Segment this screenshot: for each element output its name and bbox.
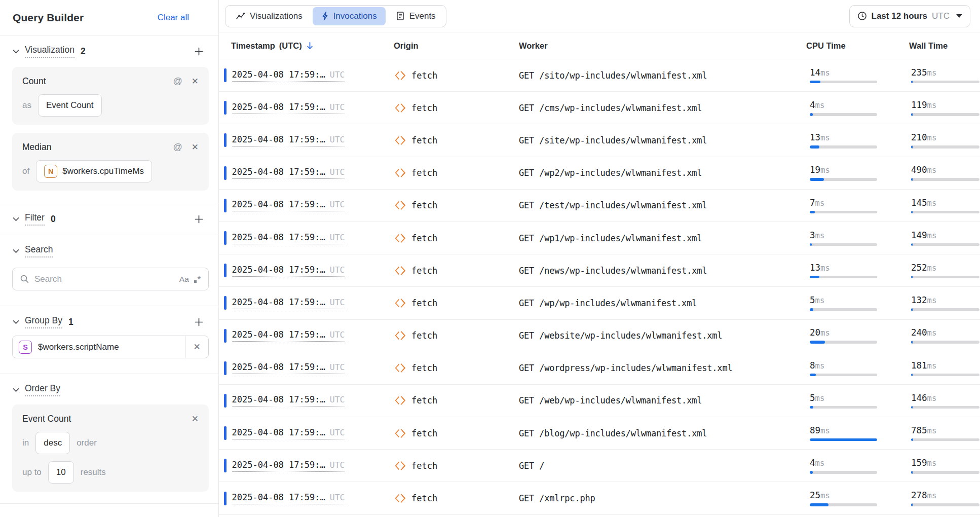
- table-row[interactable]: 2025-04-08 17:59:…UTC fetch GET /wp/wp-i…: [219, 287, 980, 319]
- table-row[interactable]: 2025-04-08 17:59:…UTC fetch GET /web/wp-…: [219, 385, 980, 417]
- time-range-button[interactable]: Last 12 hours UTC: [849, 5, 971, 27]
- table-row[interactable]: 2025-04-08 17:59:…UTC fetch GET /site/wp…: [219, 124, 980, 157]
- table-row[interactable]: 2025-04-08 17:59:…UTC fetch GET /news/wp…: [219, 254, 980, 287]
- row-timestamp[interactable]: 2025-04-08 17:59:…UTC: [232, 427, 345, 439]
- wall-time-cell: 235ms: [907, 67, 980, 84]
- orderby-label[interactable]: Order By: [25, 383, 60, 396]
- table-row[interactable]: 2025-04-08 17:59:…UTC fetch GET /test/wp…: [219, 190, 980, 222]
- table-row[interactable]: 2025-04-08 17:59:…UTC fetch GET /blog/wp…: [219, 417, 980, 450]
- origin-cell: fetch: [394, 297, 519, 310]
- visualization-label[interactable]: Visualization: [25, 45, 74, 58]
- table-row[interactable]: 2025-04-08 17:59:…UTC fetch GET /wp2/wp-…: [219, 157, 980, 190]
- wall-time-bar: [911, 211, 979, 214]
- tab-label: Visualizations: [250, 11, 303, 21]
- chevron-down-icon[interactable]: [13, 320, 19, 324]
- table-row[interactable]: 2025-04-08 17:59:…UTC fetch GET /cms/wp-…: [219, 92, 980, 124]
- match-case-toggle[interactable]: Aa: [179, 275, 189, 284]
- remove-median-icon[interactable]: ✕: [192, 143, 199, 152]
- row-timestamp[interactable]: 2025-04-08 17:59:…UTC: [232, 167, 345, 179]
- visualization-count: 2: [81, 46, 86, 57]
- origin-value: fetch: [411, 103, 437, 113]
- wall-time-cell: 159ms: [907, 458, 980, 474]
- table-row[interactable]: 2025-04-08 17:59:…UTC fetch GET / 4ms 15…: [219, 450, 980, 482]
- row-timestamp[interactable]: 2025-04-08 17:59:…UTC: [232, 69, 345, 82]
- fetch-origin-icon: [394, 134, 407, 147]
- table-row[interactable]: 2025-04-08 17:59:…UTC fetch GET /wp1/wp-…: [219, 222, 980, 254]
- origin-cell: fetch: [394, 101, 519, 115]
- add-visualization-button[interactable]: [195, 47, 203, 56]
- groupby-label[interactable]: Group By: [25, 315, 62, 328]
- median-field-button[interactable]: N $workers.cpuTimeMs: [36, 160, 152, 182]
- origin-cell: fetch: [394, 69, 519, 82]
- in-label: in: [22, 438, 29, 448]
- row-timestamp[interactable]: 2025-04-08 17:59:…UTC: [232, 297, 345, 309]
- cpu-time-cell: 4ms: [805, 100, 907, 116]
- table-row[interactable]: 2025-04-08 17:59:…UTC fetch GET /website…: [219, 320, 980, 352]
- row-timestamp[interactable]: 2025-04-08 17:59:…UTC: [232, 492, 345, 504]
- origin-cell: fetch: [394, 264, 519, 277]
- row-timestamp[interactable]: 2025-04-08 17:59:…UTC: [232, 460, 345, 472]
- regex-toggle[interactable]: *: [194, 276, 201, 283]
- row-timestamp[interactable]: 2025-04-08 17:59:…UTC: [232, 232, 345, 244]
- chevron-down-icon[interactable]: [13, 49, 19, 54]
- table-row[interactable]: 2025-04-08 17:59:…UTC fetch GET /wordpre…: [219, 352, 980, 385]
- row-timestamp[interactable]: 2025-04-08 17:59:…UTC: [232, 199, 345, 211]
- timestamp-timezone: UTC: [330, 493, 345, 502]
- fetch-origin-icon: [394, 264, 407, 277]
- table-row[interactable]: 2025-04-08 17:59:…UTC fetch GET /xmlrpc.…: [219, 482, 980, 514]
- worker-request: GET /wp2/wp-includes/wlwmanifest.xml: [519, 168, 805, 178]
- timestamp-cell: 2025-04-08 17:59:…UTC: [224, 329, 394, 343]
- origin-cell: fetch: [394, 134, 519, 147]
- sort-direction-button[interactable]: desc: [35, 432, 70, 454]
- remove-groupby-icon[interactable]: ✕: [185, 336, 208, 358]
- chevron-down-icon[interactable]: [13, 249, 19, 253]
- search-input[interactable]: [34, 274, 174, 284]
- row-timestamp[interactable]: 2025-04-08 17:59:…UTC: [232, 134, 345, 146]
- wall-time-cell: 146ms: [907, 393, 980, 409]
- alias-button[interactable]: Event Count: [38, 94, 102, 117]
- wall-time-cell: 252ms: [907, 263, 980, 279]
- origin-value: fetch: [411, 428, 437, 438]
- row-timestamp[interactable]: 2025-04-08 17:59:…UTC: [232, 102, 345, 114]
- worker-request: GET /sito/wp-includes/wlwmanifest.xml: [519, 70, 805, 81]
- at-sign-icon[interactable]: @: [173, 76, 182, 87]
- wall-time-bar: [911, 471, 979, 474]
- search-label[interactable]: Search: [25, 244, 53, 257]
- column-header-timestamp[interactable]: Timestamp (UTC): [224, 41, 394, 51]
- filter-label[interactable]: Filter: [25, 212, 45, 226]
- clear-all-link[interactable]: Clear all: [158, 13, 189, 23]
- filter-count: 0: [51, 214, 56, 225]
- remove-orderby-icon[interactable]: ✕: [192, 415, 199, 423]
- row-timestamp[interactable]: 2025-04-08 17:59:…UTC: [232, 329, 345, 342]
- chevron-down-icon[interactable]: [13, 217, 19, 221]
- row-timestamp[interactable]: 2025-04-08 17:59:…UTC: [232, 265, 345, 277]
- log-level-indicator: [224, 296, 227, 310]
- origin-cell: fetch: [394, 427, 519, 440]
- at-sign-icon[interactable]: @: [173, 142, 182, 153]
- origin-value: fetch: [411, 266, 437, 276]
- origin-value: fetch: [411, 200, 437, 210]
- groupby-field-chip[interactable]: S $workers.scriptName ✕: [12, 336, 209, 358]
- limit-input[interactable]: 10: [48, 461, 74, 484]
- chevron-down-icon[interactable]: [13, 388, 19, 392]
- fetch-origin-icon: [394, 232, 407, 245]
- timestamp-cell: 2025-04-08 17:59:…UTC: [224, 231, 394, 245]
- remove-count-icon[interactable]: ✕: [192, 77, 199, 86]
- tab-visualizations[interactable]: Visualizations: [227, 7, 311, 25]
- table-row[interactable]: 2025-04-08 17:59:…UTC fetch GET /sito/wp…: [219, 59, 980, 92]
- worker-request: GET /cms/wp-includes/wlwmanifest.xml: [519, 103, 805, 113]
- column-header-worker: Worker: [519, 41, 805, 51]
- row-timestamp[interactable]: 2025-04-08 17:59:…UTC: [232, 394, 345, 407]
- cpu-time-bar: [810, 145, 877, 149]
- add-groupby-button[interactable]: [195, 318, 203, 326]
- cpu-time-bar: [810, 438, 877, 441]
- tab-events[interactable]: Events: [387, 7, 444, 25]
- tab-invocations[interactable]: Invocations: [313, 7, 386, 25]
- fetch-origin-icon: [394, 166, 407, 179]
- worker-request: GET /: [519, 461, 805, 471]
- fetch-origin-icon: [394, 101, 407, 115]
- add-filter-button[interactable]: [195, 215, 203, 224]
- fetch-origin-icon: [394, 329, 407, 342]
- row-timestamp[interactable]: 2025-04-08 17:59:…UTC: [232, 362, 345, 374]
- fetch-origin-icon: [394, 297, 407, 310]
